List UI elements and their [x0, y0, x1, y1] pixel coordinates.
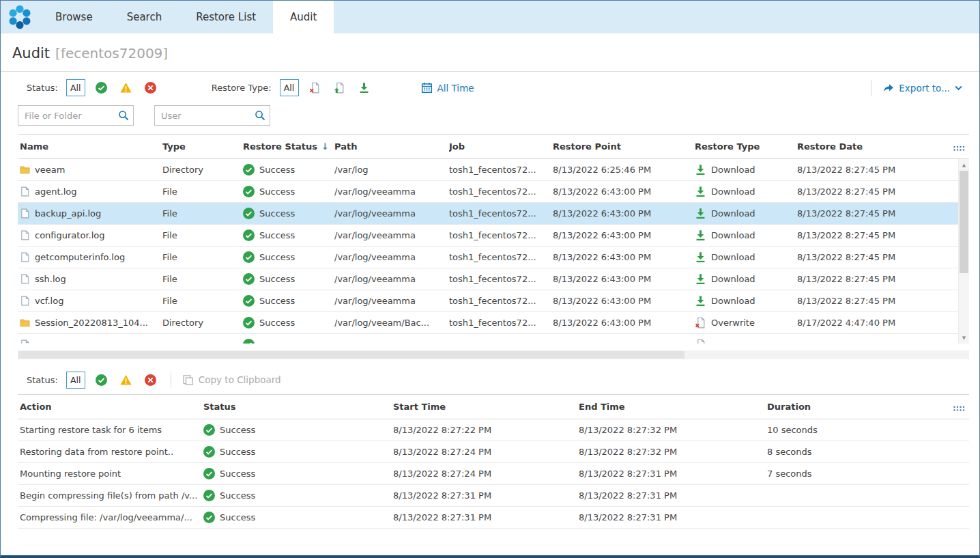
search-icon[interactable]	[255, 110, 265, 121]
tab-audit[interactable]: Audit	[273, 1, 334, 33]
column-header-start-time[interactable]: Start Time	[393, 402, 579, 412]
success-icon	[243, 251, 255, 263]
details-row[interactable]: Restoring data from restore point.. Succ…	[18, 441, 969, 463]
success-icon	[243, 273, 255, 285]
restore-type-filter-label: Restore Type:	[212, 83, 272, 93]
table-row-selected[interactable]: backup_api.log File Success /var/log/vee…	[18, 203, 958, 225]
download-icon	[695, 295, 706, 307]
type-cell: File	[162, 274, 243, 284]
details-row[interactable]: Begin compressing file(s) from path /v..…	[18, 485, 969, 507]
status-filter-warning-button[interactable]	[120, 82, 132, 94]
status-cell: Success	[243, 273, 334, 285]
file-icon	[20, 186, 30, 197]
details-row[interactable]: Starting restore task for 6 items Succes…	[18, 419, 969, 441]
status-filter-error-button[interactable]	[145, 82, 156, 94]
start-time-cell: 8/13/2022 8:27:31 PM	[393, 512, 579, 522]
status-filter-all-button[interactable]: All	[66, 79, 85, 96]
table-row[interactable]: getcomputerinfo.log File Success /var/lo…	[18, 247, 958, 268]
start-time-cell: 8/13/2022 8:27:24 PM	[393, 469, 579, 479]
restore-point-cell: 8/13/2022 6:43:00 PM	[553, 186, 695, 197]
success-icon	[96, 82, 107, 94]
main-table-header: Name Type Restore Status↓ Path Job Resto…	[18, 134, 969, 159]
search-icon[interactable]	[118, 110, 129, 121]
details-status-filter-all-button[interactable]: All	[66, 372, 85, 389]
success-icon	[243, 317, 255, 329]
restore-point-cell: 8/13/2022 6:43:00 PM	[553, 296, 695, 306]
column-chooser-icon[interactable]	[953, 404, 965, 414]
column-chooser-icon[interactable]	[953, 143, 965, 154]
column-header-restore-point[interactable]: Restore Point	[553, 141, 695, 152]
column-header-type[interactable]: Type	[162, 141, 243, 152]
success-icon	[203, 490, 215, 501]
keep-icon	[334, 82, 345, 94]
table-row[interactable]: veeam Directory Success /var/log tosh1_f…	[18, 159, 958, 181]
tab-restore-list[interactable]: Restore List	[179, 1, 273, 33]
table-row[interactable]: agent.log File Success /var/log/veeamma …	[18, 181, 958, 203]
success-icon	[243, 295, 255, 307]
status-cell: Success	[203, 446, 393, 458]
details-row[interactable]: Mounting restore point Success 8/13/2022…	[18, 463, 969, 485]
restore-type-filter-overwrite-button[interactable]	[309, 82, 321, 94]
duration-cell: 8 seconds	[767, 447, 969, 457]
copy-to-clipboard-button[interactable]: Copy to Clipboard	[182, 374, 281, 386]
table-row[interactable]: ssh.log File Success /var/log/veeamma to…	[18, 268, 958, 290]
details-status-filter-success-button[interactable]	[96, 374, 107, 386]
column-header-path[interactable]: Path	[334, 141, 449, 152]
column-header-name[interactable]: Name	[20, 141, 162, 152]
vertical-scrollbar[interactable]: ▲ ▼	[958, 159, 969, 344]
status-cell: Success	[203, 490, 393, 501]
tab-browse[interactable]: Browse	[38, 1, 110, 33]
status-filter-success-button[interactable]	[96, 82, 107, 94]
export-button[interactable]: Export to...	[882, 82, 962, 94]
main-table-body: veeam Directory Success /var/log tosh1_f…	[18, 159, 969, 344]
download-icon	[695, 273, 706, 285]
table-row[interactable]: vcf.log File Success /var/log/veeamma to…	[18, 290, 958, 312]
download-icon	[695, 164, 706, 176]
sort-desc-icon: ↓	[321, 141, 329, 152]
duration-cell: 7 seconds	[767, 469, 969, 479]
restore-date-cell: 8/13/2022 8:27:45 PM	[797, 208, 958, 219]
file-search-input[interactable]	[18, 105, 134, 126]
column-header-restore-status[interactable]: Restore Status↓	[243, 141, 334, 152]
details-row[interactable]: Compressing file: /var/log/veeamma/... S…	[18, 507, 969, 529]
name-cell: Session_20220813_104...	[20, 318, 162, 328]
type-cell: File	[162, 208, 243, 219]
column-header-job[interactable]: Job	[449, 141, 553, 152]
search-row	[1, 104, 979, 134]
job-cell: tosh1_fecentos72...	[449, 208, 553, 219]
restore-type-filter-all-button[interactable]: All	[280, 79, 299, 96]
horizontal-scrollbar[interactable]	[18, 350, 969, 359]
scroll-down-arrow[interactable]: ▼	[959, 333, 969, 343]
details-status-filter-error-button[interactable]	[145, 374, 156, 386]
tab-search[interactable]: Search	[110, 1, 179, 33]
restore-type-filter-download-button[interactable]	[358, 82, 370, 94]
job-cell: tosh1_fecentos72...	[449, 318, 553, 328]
column-header-action[interactable]: Action	[20, 402, 203, 412]
name-cell: getcomputerinfo.log	[20, 252, 162, 262]
filter-toolbar: Status: All Restore Type: All All Time E…	[1, 72, 979, 104]
table-row-partial[interactable]	[18, 334, 958, 344]
start-time-cell: 8/13/2022 8:27:31 PM	[393, 490, 579, 501]
success-icon	[243, 339, 255, 344]
restore-point-cell: 8/13/2022 6:25:46 PM	[553, 165, 695, 175]
column-header-restore-type[interactable]: Restore Type	[695, 141, 797, 152]
restore-type-filter-keep-button[interactable]	[334, 82, 345, 94]
column-header-restore-date[interactable]: Restore Date	[797, 141, 969, 152]
scroll-up-arrow[interactable]: ▲	[959, 160, 969, 170]
details-status-filter-warning-button[interactable]	[120, 374, 132, 386]
column-header-end-time[interactable]: End Time	[579, 402, 767, 412]
toolbar-divider	[171, 372, 171, 388]
user-search-input[interactable]	[154, 105, 270, 126]
table-row[interactable]: Session_20220813_104... Directory Succes…	[18, 312, 958, 334]
details-table-header: Action Status Start Time End Time Durati…	[18, 394, 969, 419]
scrollbar-thumb[interactable]	[960, 171, 968, 273]
overwrite-icon	[695, 339, 706, 344]
column-header-status[interactable]: Status	[203, 402, 393, 412]
time-filter-button[interactable]: All Time	[421, 82, 474, 94]
status-cell: Success	[243, 295, 334, 307]
column-header-duration[interactable]: Duration	[767, 402, 969, 412]
success-icon	[243, 164, 255, 176]
table-row[interactable]: configurator.log File Success /var/log/v…	[18, 225, 958, 247]
status-cell: Success	[203, 424, 393, 436]
scrollbar-thumb[interactable]	[18, 351, 684, 359]
